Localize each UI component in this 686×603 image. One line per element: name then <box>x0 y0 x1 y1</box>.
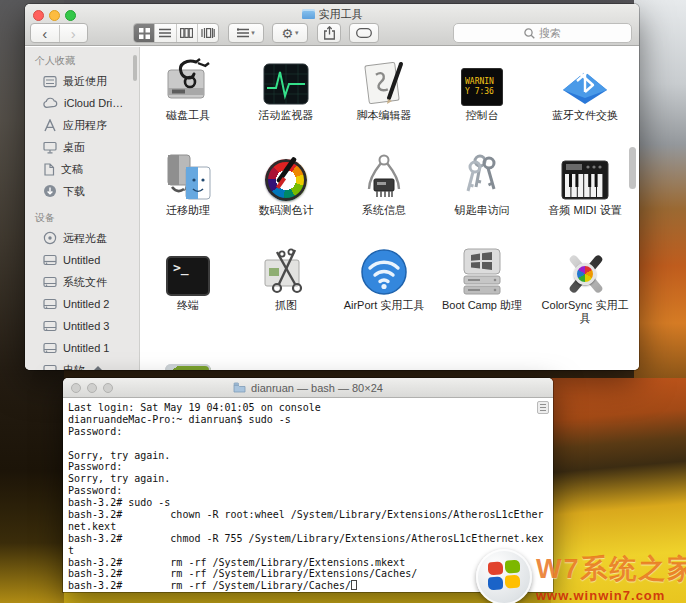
chevron-down-icon: ▾ <box>251 29 255 37</box>
sidebar-item-untitled-2[interactable]: Untitled 2 <box>25 293 139 315</box>
activity-monitor-icon <box>239 58 333 106</box>
sidebar-item-untitled-3[interactable]: Untitled 3 <box>25 315 139 337</box>
app-system-information[interactable]: 系统信息 <box>337 153 431 217</box>
app-script-editor[interactable]: 脚本编辑器 <box>337 58 431 122</box>
terminal-line <box>68 438 553 450</box>
tag-icon <box>356 28 372 38</box>
app-label: 终端 <box>141 299 235 312</box>
sidebar-item-recents[interactable]: 最近使用 <box>25 70 139 92</box>
finder-titlebar[interactable]: 实用工具 ‹ › ▾ ⚙ ▾ <box>25 4 639 46</box>
watermark-url: www.winwin7.com <box>536 588 686 603</box>
terminal-line: Last login: Sat May 19 04:01:05 on conso… <box>68 402 553 414</box>
app-grab[interactable]: 抓图 <box>239 248 333 312</box>
app-boot-camp-assistant[interactable]: Boot Camp 助理 <box>435 248 529 312</box>
finder-icon-grid: 磁盘工具 活动监视器 <box>140 47 639 370</box>
search-placeholder: 搜索 <box>539 26 561 41</box>
app-label: 磁盘工具 <box>141 109 235 122</box>
app-console[interactable]: WARNIN Y 7:36 控制台 <box>435 58 529 122</box>
audio-midi-setup-icon <box>538 153 632 201</box>
app-keychain-access[interactable]: 钥匙串访问 <box>435 153 529 217</box>
terminal-line: Sorry, try again. <box>68 450 553 462</box>
desktop-icon <box>43 141 57 154</box>
sidebar-item-applications[interactable]: 应用程序 <box>25 114 139 136</box>
search-icon <box>524 28 535 39</box>
sidebar-section-devices: 设备 <box>25 208 139 227</box>
search-input[interactable]: 搜索 <box>453 23 632 43</box>
app-disk-utility[interactable]: 磁盘工具 <box>141 58 235 122</box>
app-airport-utility[interactable]: AirPort 实用工具 <box>337 248 431 312</box>
minimize-button[interactable] <box>87 383 97 393</box>
grab-icon <box>239 248 333 296</box>
sidebar-item-system-files[interactable]: 系统文件 <box>25 271 139 293</box>
disk-utility-icon <box>141 58 235 106</box>
app-colorsync-utility[interactable]: ColorSync 实用工具 <box>538 248 632 325</box>
app-label: 脚本编辑器 <box>337 109 431 122</box>
watermark-title: W7系统之家 <box>536 551 686 587</box>
remote-disc-icon <box>43 231 57 245</box>
app-audio-midi-setup[interactable]: 音频 MIDI 设置 <box>538 153 632 217</box>
app-grapher[interactable] <box>141 346 235 370</box>
sidebar-item-documents[interactable]: 文稿 <box>25 158 139 180</box>
drive-icon <box>43 342 57 354</box>
back-icon[interactable]: ‹ <box>31 25 59 42</box>
view-switcher[interactable] <box>133 23 219 43</box>
tag-button[interactable] <box>349 23 379 43</box>
digital-color-meter-icon <box>239 153 333 201</box>
app-label: 系统信息 <box>337 204 431 217</box>
app-bluetooth-file-exchange[interactable]: 蓝牙文件交换 <box>538 58 632 122</box>
nav-buttons[interactable]: ‹ › <box>30 23 88 43</box>
terminal-line: bash-3.2# chmod -R 755 /System/Library/E… <box>68 533 553 545</box>
coverflow-view-icon[interactable] <box>197 24 218 42</box>
recents-icon <box>43 75 57 88</box>
app-terminal[interactable]: >_ 终端 <box>141 248 235 312</box>
close-button[interactable] <box>71 383 81 393</box>
app-label: 钥匙串访问 <box>435 204 529 217</box>
action-menu-button[interactable]: ⚙ ▾ <box>272 23 308 43</box>
site-watermark: W7系统之家 www.winwin7.com <box>476 549 686 603</box>
home-folder-icon <box>233 382 246 393</box>
terminal-line: bash-3.2# sudo -s <box>68 497 553 509</box>
app-migration-assistant[interactable]: 迁移助理 <box>141 153 235 217</box>
windows-logo-icon <box>476 549 532 603</box>
grapher-icon <box>141 346 235 370</box>
icon-view-icon[interactable] <box>134 24 154 42</box>
drive-icon <box>43 276 57 288</box>
drive-icon <box>43 254 57 266</box>
sidebar-item-desktop[interactable]: 桌面 <box>25 136 139 158</box>
console-icon: WARNIN Y 7:36 <box>435 58 529 106</box>
app-activity-monitor[interactable]: 活动监视器 <box>239 58 333 122</box>
app-label: 音频 MIDI 设置 <box>538 204 632 217</box>
zoom-button[interactable] <box>103 383 113 393</box>
sidebar-item-untitled-1[interactable]: Untitled 1 <box>25 337 139 359</box>
eject-icon[interactable] <box>93 366 103 371</box>
voiceover-utility-icon <box>239 348 333 370</box>
arrange-menu-button[interactable]: ▾ <box>228 23 264 43</box>
sidebar-item-downloads[interactable]: 下载 <box>25 180 139 202</box>
app-voiceover-utility[interactable] <box>239 348 333 370</box>
share-button[interactable] <box>317 23 341 43</box>
forward-icon[interactable]: › <box>59 25 88 42</box>
bluetooth-file-exchange-icon <box>538 58 632 106</box>
sidebar-scrollbar[interactable] <box>133 55 137 81</box>
console-screen-line: WARNIN <box>465 77 502 87</box>
app-label: 数码测色计 <box>239 204 333 217</box>
sidebar-item-dianruan[interactable]: 电软 <box>25 359 139 370</box>
finder-sidebar: 个人收藏 最近使用 iCloud Dri… 应用程序 桌面 文稿 <box>25 47 140 370</box>
terminal-title: dianruan — bash — 80×24 <box>251 382 383 394</box>
sidebar-item-untitled[interactable]: Untitled <box>25 249 139 271</box>
terminal-cursor <box>351 580 357 590</box>
terminal-titlebar[interactable]: dianruan — bash — 80×24 <box>63 378 553 398</box>
column-view-icon[interactable] <box>176 24 197 42</box>
downloads-icon <box>43 184 57 198</box>
wallpaper-snow-mountain <box>634 0 686 380</box>
content-scrollbar[interactable] <box>629 147 636 189</box>
list-view-icon[interactable] <box>154 24 175 42</box>
terminal-scrollbar-icon[interactable] <box>537 401 549 414</box>
folder-icon <box>302 9 315 19</box>
sidebar-item-remote-disc[interactable]: 远程光盘 <box>25 227 139 249</box>
gear-icon: ⚙ <box>281 27 293 40</box>
colorsync-utility-icon <box>538 248 632 296</box>
console-screen-line: Y 7:36 <box>465 87 502 97</box>
app-digital-color-meter[interactable]: 数码测色计 <box>239 153 333 217</box>
sidebar-item-icloud[interactable]: iCloud Dri… <box>25 92 139 114</box>
